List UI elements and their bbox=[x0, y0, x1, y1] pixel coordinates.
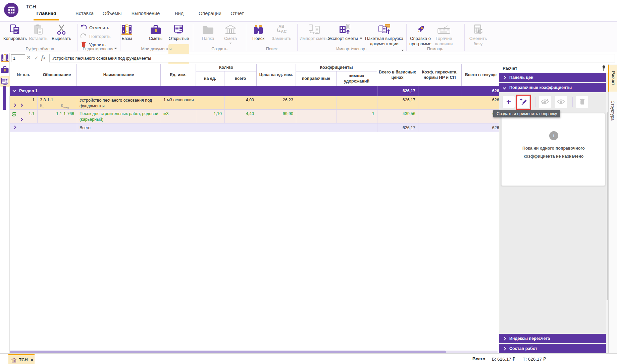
batch-export-caret[interactable] bbox=[401, 50, 404, 51]
keyboard-icon bbox=[437, 23, 451, 36]
new-folder-button[interactable]: Папка bbox=[198, 23, 218, 41]
scrollbar-thumb[interactable] bbox=[10, 351, 446, 353]
column-divider bbox=[77, 110, 77, 123]
redo-button[interactable]: Повторить bbox=[81, 33, 110, 39]
panel-section-corrections[interactable]: Поправочные коэффициенты bbox=[499, 83, 608, 92]
grid-header: № п.п. Обоснование Наименование Ед. изм.… bbox=[10, 64, 499, 86]
new-estimate-caret[interactable] bbox=[229, 43, 232, 44]
change-database-button[interactable]: Сменить базу bbox=[468, 23, 489, 47]
column-divider bbox=[418, 96, 418, 109]
add-correction-button[interactable]: + bbox=[502, 96, 515, 108]
toolbar-divider bbox=[535, 97, 535, 107]
row-number-input[interactable] bbox=[11, 54, 25, 62]
group-label-help: Помощь bbox=[427, 47, 443, 51]
batch-export-icon bbox=[377, 23, 391, 36]
eye-icon bbox=[557, 98, 565, 106]
sidebar-bases-button[interactable] bbox=[1, 54, 9, 63]
group-label-search: Поиск bbox=[266, 47, 278, 51]
totals-expand-chevron[interactable] bbox=[13, 126, 16, 129]
sidebar-estimates-button[interactable] bbox=[1, 66, 9, 74]
find-button[interactable]: Поиск bbox=[250, 23, 267, 41]
open-document-icon bbox=[174, 23, 184, 36]
panel-scrollbar[interactable] bbox=[606, 73, 608, 353]
hotkeys-button[interactable]: Горячие клавиши bbox=[433, 23, 454, 47]
kind-coefficient-label[interactable]: Кинд bbox=[61, 103, 69, 109]
row-unit: м3 bbox=[163, 111, 169, 116]
row-expand-chevron[interactable] bbox=[13, 104, 16, 107]
rocket-icon bbox=[414, 23, 426, 36]
document-tab[interactable]: ТСН × bbox=[8, 354, 35, 364]
cut-button[interactable]: Вырезать bbox=[50, 23, 72, 41]
tooltip: Создать и применить поправку bbox=[493, 110, 560, 117]
section-row[interactable]: Раздел 1. 626,17 626,17 bbox=[10, 86, 499, 96]
estimates-button[interactable]: Сметы bbox=[145, 23, 166, 41]
new-estimate-button[interactable]: Смета bbox=[220, 23, 241, 44]
tab-glavnaya[interactable]: Главная bbox=[34, 11, 59, 19]
undo-button[interactable]: Отменить bbox=[81, 24, 109, 31]
replace-button[interactable]: ABAC Заменить bbox=[270, 23, 293, 41]
row-unit: 1 м3 основания bbox=[163, 98, 194, 102]
tab-vid[interactable]: Вид bbox=[173, 11, 185, 19]
group-label-editing: Редактирование bbox=[83, 47, 114, 51]
close-icon[interactable]: × bbox=[31, 357, 34, 363]
group-label-import-export: Импорт/экспорт bbox=[336, 47, 367, 51]
tab-operacii[interactable]: Операции bbox=[196, 11, 224, 19]
row-expand-chevron[interactable] bbox=[20, 104, 23, 107]
header-code: Обоснование bbox=[37, 64, 77, 86]
fx-icon[interactable]: fx bbox=[41, 55, 46, 61]
row-expand-chevron[interactable] bbox=[20, 118, 23, 121]
header-qty-total: всего bbox=[224, 71, 257, 86]
tab-obyomy[interactable]: Объёмы bbox=[101, 11, 123, 19]
app-icon bbox=[4, 3, 18, 17]
about-button[interactable]: Справка о программе bbox=[409, 23, 432, 47]
side-tab-structure[interactable]: Структура bbox=[608, 95, 617, 126]
sidebar-open-button[interactable] bbox=[0, 76, 10, 87]
row-code: 3.8-1-1 bbox=[40, 98, 53, 102]
formula-text-input[interactable] bbox=[49, 54, 615, 62]
material-row-11[interactable]: 1.1 1.1-1-766 Песок для строительных раб… bbox=[10, 110, 499, 123]
group-divider bbox=[246, 24, 246, 51]
panel-section-indexes[interactable]: Индексы пересчета bbox=[499, 334, 608, 343]
status-base-total: Б: 626,17 ₽ bbox=[492, 356, 515, 362]
bases-button[interactable]: Базы bbox=[117, 23, 137, 41]
header-corrective: поправочные bbox=[296, 71, 337, 86]
column-divider bbox=[296, 110, 296, 123]
header-total-base: Всего в базисных ценах bbox=[377, 64, 418, 86]
totals-row[interactable]: Всего 626,17 626,17 bbox=[10, 123, 499, 132]
hide-correction-button[interactable] bbox=[538, 96, 551, 108]
export-caret[interactable] bbox=[360, 38, 362, 39]
copy-button[interactable]: Копировать bbox=[3, 23, 27, 41]
horizontal-scrollbar[interactable] bbox=[10, 351, 498, 353]
pin-icon[interactable] bbox=[602, 65, 606, 72]
work-row-1[interactable]: 1 3.8-1-1 Кп Кинд Устройство песчаного о… bbox=[10, 96, 499, 110]
header-coeffs-group: Коэффициенты bbox=[296, 64, 377, 71]
svg-text:AB: AB bbox=[278, 24, 285, 29]
show-correction-button[interactable] bbox=[555, 96, 567, 108]
column-divider bbox=[37, 96, 38, 109]
create-apply-correction-button[interactable] bbox=[517, 96, 530, 109]
binoculars-icon bbox=[253, 23, 263, 36]
redo-icon bbox=[81, 33, 87, 39]
batch-export-button[interactable]: Пакетная выгрузка документации bbox=[363, 23, 405, 47]
undo-icon bbox=[81, 24, 87, 31]
header-price: Цена на ед. изм. bbox=[257, 64, 296, 86]
confirm-formula-icon[interactable]: ✓ bbox=[34, 55, 39, 61]
tab-vypolnenie[interactable]: Выполнение bbox=[131, 11, 160, 19]
side-tab-calculation[interactable]: Расчет bbox=[608, 65, 617, 92]
undo-dropdown-caret[interactable] bbox=[114, 48, 117, 49]
cancel-formula-icon[interactable]: × bbox=[27, 54, 31, 61]
section-collapse-chevron[interactable] bbox=[13, 89, 16, 92]
row-name: Песок для строительных работ, рядовой (к… bbox=[80, 111, 159, 122]
panel-section-prices[interactable]: Панель цен bbox=[499, 73, 608, 82]
export-estimate-button[interactable]: Экспорт сметы bbox=[328, 23, 362, 41]
kp-coefficient-label[interactable]: Кп bbox=[40, 103, 44, 109]
open-documents-button[interactable]: Открытые bbox=[169, 23, 189, 41]
delete-correction-button[interactable] bbox=[576, 96, 588, 108]
panel-section-composition[interactable]: Состав работ bbox=[499, 344, 608, 353]
chevron-down-icon bbox=[503, 86, 506, 89]
import-estimate-button[interactable]: Импорт сметы bbox=[301, 23, 327, 41]
paste-button[interactable]: Вставить bbox=[28, 23, 49, 41]
tab-otchet[interactable]: Отчет bbox=[228, 11, 246, 19]
group-divider bbox=[193, 24, 193, 51]
tab-vstavka[interactable]: Вставка bbox=[73, 11, 96, 19]
